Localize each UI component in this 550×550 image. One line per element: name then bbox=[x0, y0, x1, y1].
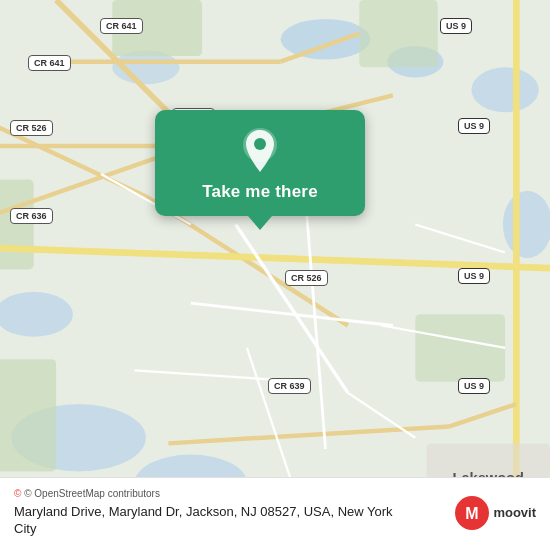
popup-label: Take me there bbox=[202, 182, 318, 202]
address-text: Maryland Drive, Maryland Dr, Jackson, NJ… bbox=[14, 503, 394, 538]
moovit-icon: M bbox=[455, 496, 489, 530]
bottom-info: © © OpenStreetMap contributors Maryland … bbox=[14, 488, 394, 538]
moovit-logo: M moovit bbox=[455, 496, 536, 530]
road-badge-us9-btm: US 9 bbox=[458, 378, 490, 394]
road-badge-cr636-left: CR 636 bbox=[10, 208, 53, 224]
road-badge-cr641-top: CR 641 bbox=[100, 18, 143, 34]
svg-point-1 bbox=[281, 19, 371, 59]
svg-point-3 bbox=[471, 67, 538, 112]
road-badge-us9-mid: US 9 bbox=[458, 268, 490, 284]
svg-text:M: M bbox=[466, 505, 479, 522]
road-badge-us9-top: US 9 bbox=[440, 18, 472, 34]
road-badge-cr639-btm: CR 639 bbox=[268, 378, 311, 394]
svg-rect-11 bbox=[359, 0, 438, 67]
attribution: © © OpenStreetMap contributors bbox=[14, 488, 394, 499]
svg-rect-13 bbox=[415, 314, 505, 381]
svg-rect-14 bbox=[0, 359, 56, 471]
map-container: Lakewood CR 641 US 9 CR 641 CR 526 CR 63… bbox=[0, 0, 550, 550]
bottom-bar: © © OpenStreetMap contributors Maryland … bbox=[0, 477, 550, 550]
road-badge-cr641-left: CR 641 bbox=[28, 55, 71, 71]
map-popup[interactable]: Take me there bbox=[155, 110, 365, 216]
svg-point-4 bbox=[503, 191, 550, 258]
road-badge-cr526-left: CR 526 bbox=[10, 120, 53, 136]
road-badge-cr526-mid: CR 526 bbox=[285, 270, 328, 286]
svg-point-40 bbox=[254, 138, 266, 150]
location-pin-icon bbox=[240, 128, 280, 174]
road-badge-us9-mid-top: US 9 bbox=[458, 118, 490, 134]
svg-rect-12 bbox=[0, 180, 34, 270]
moovit-text: moovit bbox=[493, 505, 536, 520]
